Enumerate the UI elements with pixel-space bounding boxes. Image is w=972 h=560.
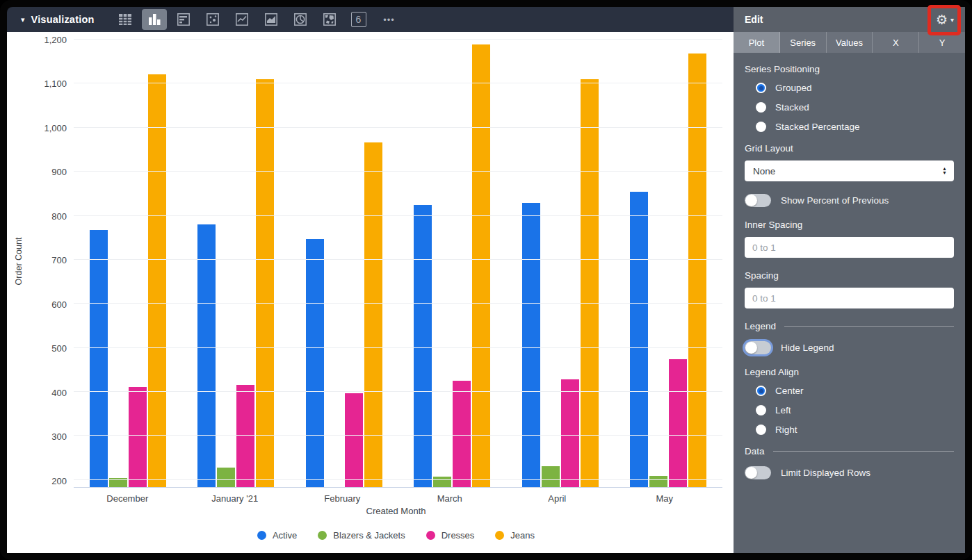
bar-group bbox=[615, 35, 723, 487]
gridline bbox=[74, 479, 722, 480]
chart-bar[interactable] bbox=[197, 224, 216, 487]
chart-bar[interactable] bbox=[688, 53, 706, 487]
chart-legend: ActiveBlazers & JacketsDressesJeans bbox=[74, 522, 718, 547]
collapse-caret-icon[interactable]: ▾ bbox=[21, 15, 25, 24]
radio-stacked-percentage[interactable]: Stacked Percentage bbox=[756, 122, 954, 132]
legend-label: Jeans bbox=[510, 530, 535, 541]
radio-left[interactable]: Left bbox=[756, 405, 954, 415]
inner-spacing-label: Inner Spacing bbox=[745, 220, 954, 230]
app-window: ▾ Visualization bbox=[0, 0, 972, 560]
y-axis-tick-label: 1,100 bbox=[44, 79, 67, 89]
toggle-off-icon[interactable] bbox=[745, 194, 771, 207]
hide-legend-toggle-row[interactable]: Hide Legend bbox=[745, 341, 954, 354]
legend-align-label: Legend Align bbox=[745, 367, 954, 377]
bar-group bbox=[506, 35, 615, 487]
chart-bar[interactable] bbox=[256, 79, 274, 487]
legend-item[interactable]: Jeans bbox=[495, 530, 535, 541]
x-axis-label: May bbox=[611, 488, 719, 506]
x-axis-label: January '21 bbox=[181, 488, 289, 506]
chart-bar[interactable] bbox=[148, 74, 166, 487]
y-axis-ticks: 2003004005006007008009001,0001,1001,200 bbox=[31, 35, 74, 488]
legend-item[interactable]: Dresses bbox=[426, 530, 475, 541]
viz-type-single-value-icon[interactable]: 6 bbox=[346, 9, 371, 30]
chart-bar[interactable] bbox=[522, 203, 540, 487]
edit-panel-header: Edit ⚙ ▾ bbox=[734, 7, 965, 32]
chart-bar[interactable] bbox=[542, 466, 560, 487]
chart-bar[interactable] bbox=[561, 379, 579, 487]
x-axis-label: December bbox=[74, 488, 181, 506]
legend-item[interactable]: Active bbox=[257, 530, 297, 541]
y-axis-tick-label: 300 bbox=[51, 431, 67, 442]
chart-bar[interactable] bbox=[217, 468, 235, 487]
gridline bbox=[74, 215, 722, 216]
bar-group bbox=[182, 35, 291, 487]
y-axis-tick-label: 800 bbox=[51, 211, 67, 221]
show-percent-of-previous-toggle-row[interactable]: Show Percent of Previous bbox=[745, 194, 954, 207]
radio-right[interactable]: Right bbox=[756, 425, 954, 435]
edit-panel-gear-button[interactable]: ⚙ ▾ bbox=[934, 10, 955, 29]
chart-bar[interactable] bbox=[414, 205, 432, 487]
legend-label: Blazers & Jackets bbox=[333, 530, 405, 541]
y-axis-tick-label: 900 bbox=[51, 167, 67, 177]
viz-type-map-icon[interactable] bbox=[317, 9, 342, 30]
gridline bbox=[74, 259, 722, 260]
single-value-glyph: 6 bbox=[351, 12, 366, 27]
x-axis-label: March bbox=[396, 488, 504, 506]
toggle-off-icon[interactable] bbox=[745, 466, 771, 479]
tab-x[interactable]: X bbox=[873, 32, 919, 53]
bar-group bbox=[398, 35, 507, 487]
viz-type-column-bar-icon[interactable] bbox=[142, 9, 167, 30]
viz-type-line-icon[interactable] bbox=[229, 9, 254, 30]
tab-y[interactable]: Y bbox=[919, 32, 965, 53]
edit-panel: Edit ⚙ ▾ Plot Series Values X Y Series P… bbox=[734, 7, 965, 553]
y-axis-tick-label: 600 bbox=[51, 299, 67, 309]
gridline bbox=[74, 39, 722, 40]
data-section-header: Data bbox=[745, 446, 954, 456]
chart-bar[interactable] bbox=[306, 239, 324, 488]
inner-spacing-input[interactable] bbox=[745, 237, 954, 258]
viz-type-more-options-icon[interactable]: ••• bbox=[375, 9, 400, 30]
limit-displayed-rows-toggle-row[interactable]: Limit Displayed Rows bbox=[745, 466, 954, 479]
legend-color-dot bbox=[257, 531, 266, 540]
gridline bbox=[74, 303, 722, 304]
chart-bar[interactable] bbox=[453, 381, 471, 487]
tab-series[interactable]: Series bbox=[780, 32, 827, 53]
chart-bar[interactable] bbox=[649, 476, 667, 487]
chart-bar[interactable] bbox=[129, 387, 147, 487]
grid-layout-select[interactable]: None ▲▼ bbox=[745, 160, 954, 181]
viz-type-scatter-icon[interactable] bbox=[200, 9, 225, 30]
chart-bar[interactable] bbox=[472, 44, 490, 487]
radio-center[interactable]: Center bbox=[756, 386, 954, 396]
gridline bbox=[74, 127, 722, 128]
radio-stacked[interactable]: Stacked bbox=[756, 102, 954, 113]
y-axis-title: Order Count bbox=[7, 35, 31, 488]
x-axis-labels: DecemberJanuary '21FebruaryMarchAprilMay bbox=[74, 488, 718, 506]
radio-unselected-icon bbox=[756, 102, 766, 113]
gridline bbox=[74, 347, 722, 348]
toggle-off-focused-icon[interactable] bbox=[745, 341, 771, 354]
chart-bar[interactable] bbox=[581, 79, 599, 487]
y-axis-tick-label: 1,000 bbox=[44, 122, 67, 133]
chart-bar[interactable] bbox=[669, 359, 687, 487]
radio-selected-icon bbox=[756, 386, 766, 396]
viz-type-area-icon[interactable] bbox=[259, 9, 284, 30]
legend-label: Active bbox=[273, 530, 297, 541]
chart-bar[interactable] bbox=[90, 230, 108, 487]
spacing-input[interactable] bbox=[745, 288, 954, 308]
viz-type-table-icon[interactable] bbox=[113, 9, 138, 30]
viz-type-pie-icon[interactable] bbox=[288, 9, 313, 30]
radio-grouped[interactable]: Grouped bbox=[756, 83, 954, 93]
legend-color-dot bbox=[426, 531, 435, 540]
select-updown-icon: ▲▼ bbox=[942, 167, 947, 175]
viz-type-horizontal-bar-icon[interactable] bbox=[171, 9, 196, 30]
gear-icon: ⚙ bbox=[936, 13, 948, 26]
y-axis-tick-label: 400 bbox=[51, 387, 67, 397]
tab-plot[interactable]: Plot bbox=[734, 32, 780, 53]
chart-bar[interactable] bbox=[433, 477, 451, 487]
legend-item[interactable]: Blazers & Jackets bbox=[318, 530, 405, 541]
x-axis-label: February bbox=[289, 488, 396, 506]
chart-bar[interactable] bbox=[345, 393, 363, 487]
gridline bbox=[74, 391, 722, 392]
tab-values[interactable]: Values bbox=[827, 32, 873, 53]
chart-bar[interactable] bbox=[630, 192, 648, 487]
